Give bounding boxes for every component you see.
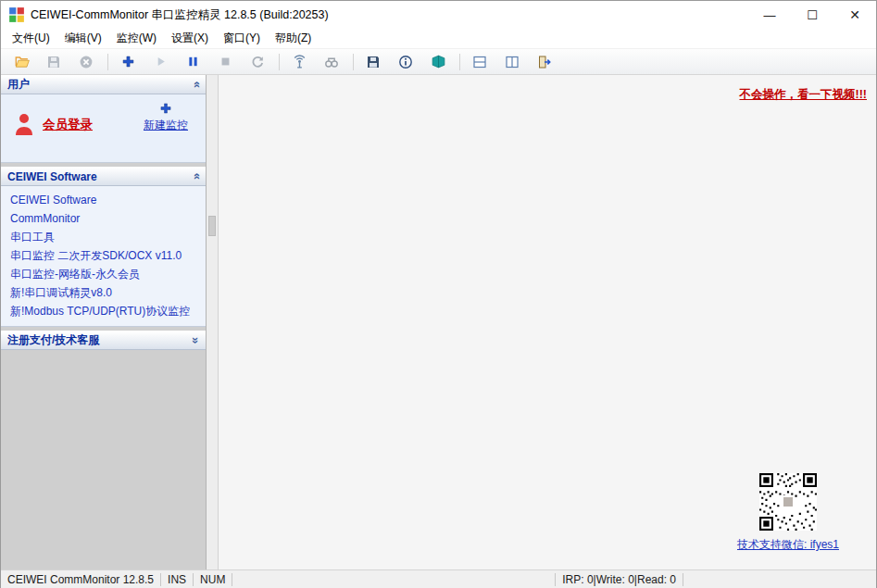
panel-register-title: 注册支付/技术客服: [7, 332, 99, 348]
toolbar-separator: [353, 54, 354, 70]
person-icon: [14, 113, 34, 137]
split-horizontal-icon: [472, 55, 487, 69]
panel-user: 用户 » 会员登录 新建监控: [1, 75, 206, 163]
wechat-support-link[interactable]: 技术支持微信: ifyes1: [737, 537, 839, 553]
app-window: CEIWEI-CommMonitor 串口监控精灵 12.8.5 (Build:…: [0, 0, 877, 588]
minimize-button[interactable]: —: [748, 1, 791, 29]
save-data-button[interactable]: [360, 51, 386, 73]
start-button[interactable]: [147, 51, 173, 73]
stop-button[interactable]: [212, 51, 238, 73]
split-vertical-icon: [505, 55, 520, 69]
qr-center-logo: [782, 495, 795, 508]
splitter[interactable]: [207, 75, 219, 569]
toolbar-separator: [459, 54, 460, 70]
app-icon: [8, 6, 25, 23]
link-serial-debug[interactable]: 新!串口调试精灵v8.0: [1, 283, 206, 302]
split-horizontal-button[interactable]: [467, 51, 493, 73]
qr-code: [759, 473, 817, 531]
cancel-button[interactable]: [73, 51, 99, 73]
scrollbar-thumb[interactable]: [208, 216, 216, 236]
main-workspace: 不会操作，看一下视频!!! 技术支持微信: ifyes1: [219, 75, 876, 569]
pause-icon: [186, 55, 200, 69]
statusbar-separator: [232, 573, 232, 586]
antenna-icon: [292, 54, 307, 69]
new-monitor-button[interactable]: [115, 51, 141, 73]
window-controls: — ☐ ✕: [748, 1, 876, 29]
toolbar: [1, 49, 876, 75]
member-login[interactable]: 会员登录: [14, 113, 93, 137]
content-area: 用户 » 会员登录 新建监控: [1, 75, 876, 569]
menu-help[interactable]: 帮助(Z): [268, 28, 319, 49]
panel-user-title: 用户: [7, 77, 30, 93]
redo-arrow-icon: [250, 55, 265, 69]
link-sdk-ocx[interactable]: 串口监控 二次开发SDK/OCX v11.0: [1, 246, 206, 265]
statusbar-ins: INS: [161, 570, 193, 588]
panel-register-header[interactable]: 注册支付/技术客服 »: [1, 331, 206, 350]
panel-user-body: 会员登录 新建监控: [1, 94, 206, 163]
search-button[interactable]: [319, 51, 345, 73]
panel-user-header[interactable]: 用户 »: [1, 75, 206, 94]
support-qr-block: 技术支持微信: ifyes1: [737, 473, 839, 553]
open-folder-icon: [14, 54, 30, 69]
new-monitor-shortcut[interactable]: 新建监控: [136, 102, 195, 133]
exit-door-icon: [537, 55, 552, 69]
play-icon: [154, 55, 168, 69]
cancel-icon: [79, 55, 94, 69]
collapse-chevron-icon[interactable]: »: [190, 173, 202, 180]
statusbar-io-counters: IRP: 0|Write: 0|Read: 0: [556, 570, 683, 588]
link-modbus-monitor[interactable]: 新!Modbus TCP/UDP(RTU)协议监控: [1, 302, 206, 320]
link-commmonitor[interactable]: CommMonitor: [1, 209, 206, 228]
exit-button[interactable]: [532, 51, 558, 73]
save-icon: [46, 55, 61, 69]
close-button[interactable]: ✕: [833, 1, 876, 29]
expand-chevron-icon[interactable]: »: [190, 337, 202, 344]
panel-software-header[interactable]: CEIWEI Software »: [1, 167, 206, 186]
plus-icon: [159, 102, 172, 115]
statusbar-num: NUM: [194, 570, 232, 588]
help-book-button[interactable]: [425, 51, 451, 73]
port-monitor-button[interactable]: [286, 51, 312, 73]
link-serial-tools[interactable]: 串口工具: [1, 228, 206, 246]
floppy-disk-icon: [366, 55, 381, 69]
statusbar: CEIWEI CommMonitor 12.8.5 INS NUM IRP: 0…: [1, 569, 876, 588]
panel-software-body: CEIWEI Software CommMonitor 串口工具 串口监控 二次…: [1, 186, 206, 327]
toolbar-separator: [279, 54, 280, 70]
link-ceiwei-software[interactable]: CEIWEI Software: [1, 191, 206, 209]
menu-monitor[interactable]: 监控(W): [109, 28, 164, 49]
collapse-chevron-icon[interactable]: »: [190, 81, 202, 88]
open-file-button[interactable]: [8, 51, 34, 73]
menu-settings[interactable]: 设置(X): [164, 28, 216, 49]
toolbar-separator: [107, 54, 108, 70]
binoculars-icon: [324, 55, 339, 69]
panel-software: CEIWEI Software » CEIWEI Software CommMo…: [1, 167, 206, 327]
pause-button[interactable]: [180, 51, 206, 73]
titlebar: CEIWEI-CommMonitor 串口监控精灵 12.8.5 (Build:…: [1, 1, 876, 29]
book-icon: [431, 54, 446, 69]
menu-file[interactable]: 文件(U): [5, 28, 57, 49]
info-icon: [398, 55, 413, 69]
about-button[interactable]: [393, 51, 419, 73]
statusbar-right-pad: [683, 570, 876, 588]
save-button[interactable]: [41, 51, 67, 73]
resume-button[interactable]: [244, 51, 270, 73]
new-monitor-link[interactable]: 新建监控: [144, 118, 188, 133]
stop-icon: [219, 55, 232, 69]
maximize-button[interactable]: ☐: [791, 1, 833, 29]
split-vertical-button[interactable]: [499, 51, 525, 73]
video-help-link[interactable]: 不会操作，看一下视频!!!: [740, 87, 868, 103]
sidebar: 用户 » 会员登录 新建监控: [1, 75, 207, 569]
panel-register: 注册支付/技术客服 »: [1, 331, 206, 350]
plus-icon: [121, 55, 135, 69]
member-login-link[interactable]: 会员登录: [43, 117, 93, 133]
window-title: CEIWEI-CommMonitor 串口监控精灵 12.8.5 (Build:…: [31, 7, 329, 23]
link-network-member[interactable]: 串口监控-网络版-永久会员: [1, 265, 206, 283]
statusbar-app-name: CEIWEI CommMonitor 12.8.5: [1, 570, 160, 588]
menu-edit[interactable]: 编辑(V): [57, 28, 109, 49]
menu-window[interactable]: 窗口(Y): [216, 28, 268, 49]
menubar: 文件(U) 编辑(V) 监控(W) 设置(X) 窗口(Y) 帮助(Z): [1, 29, 876, 49]
panel-software-title: CEIWEI Software: [7, 170, 97, 183]
